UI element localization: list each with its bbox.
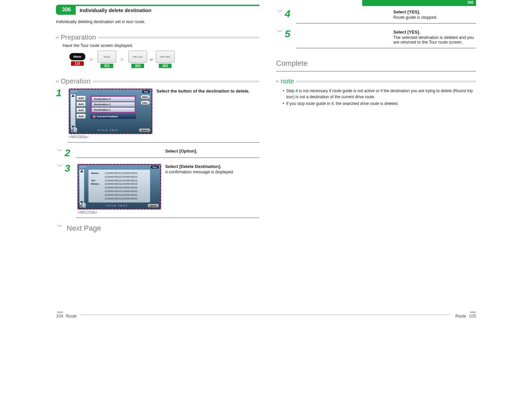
option-button: Option bbox=[139, 128, 150, 132]
note-heading: note bbox=[276, 77, 476, 85]
note-label: note bbox=[281, 77, 294, 85]
step-1: 1 12:34 Map Add Add bbox=[56, 89, 259, 145]
plan-navi-icon: Plan Navi bbox=[156, 51, 175, 63]
map-pill-icon: Map bbox=[151, 166, 159, 169]
step-number: 5 bbox=[285, 29, 296, 48]
page-tab-right: 306 bbox=[362, 0, 476, 6]
shot-title: TITLE TEXT bbox=[106, 204, 128, 207]
destination-button: Destination 3 bbox=[91, 97, 135, 102]
operation-heading: Operation bbox=[56, 77, 259, 85]
destination-button: Destination 2 bbox=[91, 102, 135, 107]
chevron-down-icon bbox=[57, 165, 63, 169]
page-number-right: 105 bbox=[469, 313, 476, 318]
add-button: Add bbox=[76, 108, 86, 113]
chevron-down-icon bbox=[57, 225, 63, 229]
destination-highlight: Destination 3 Destination 2 Destination … bbox=[90, 96, 136, 113]
preparation-heading: Preparation bbox=[56, 34, 259, 41]
route-screen-icon: Route bbox=[97, 51, 116, 63]
page-label: page bbox=[469, 311, 476, 313]
chevron-down-icon bbox=[57, 149, 63, 153]
ref-badge: 115 bbox=[71, 61, 84, 66]
operation-label: Operation bbox=[61, 77, 91, 85]
preparation-text: Have the Tour route screen displayed. bbox=[63, 43, 259, 48]
step-subtext: Route guide is stopped. bbox=[393, 15, 476, 20]
shot-time: 12:34 bbox=[71, 90, 77, 93]
step-instruction: Select [YES]. bbox=[393, 9, 476, 14]
intro-text: Individually deleting destination set in… bbox=[56, 19, 259, 24]
chevron-down-icon bbox=[277, 10, 283, 14]
step-ref-icon: 4 bbox=[295, 89, 298, 93]
back-icon bbox=[71, 128, 77, 132]
chevron-down-icon bbox=[277, 30, 283, 34]
prep-item-menu: Menu 115 bbox=[69, 53, 85, 66]
add-button: Add bbox=[76, 96, 86, 101]
footer-section-left: Route bbox=[66, 314, 77, 318]
info-panel: Name:12345678910123456789​10 12345678910… bbox=[88, 170, 150, 202]
step-5: 5 Select [YES]. The selected destination… bbox=[276, 30, 476, 51]
ref-badge: 303 bbox=[131, 64, 144, 68]
option-button: Option bbox=[148, 204, 159, 208]
screenshot-step3: 12:34 Map Name:12345678910123456789​10 1… bbox=[77, 164, 161, 210]
complete-label: Complete bbox=[276, 57, 476, 71]
step-number: 1 bbox=[56, 88, 67, 142]
step-number: 4 bbox=[285, 9, 296, 23]
page-label: page bbox=[56, 311, 63, 313]
ref-badge: 301 bbox=[101, 64, 113, 68]
next-page-label: Next Page bbox=[67, 224, 101, 233]
step-2: 2 Select [Option]. bbox=[56, 149, 259, 161]
shot-title: TITLE TEXT bbox=[97, 129, 119, 132]
current-position: Current Position bbox=[90, 114, 136, 119]
prep-item-route: Route 301 bbox=[97, 51, 116, 68]
screenshot-ref: <NR1210a> bbox=[77, 210, 161, 214]
step-instruction: Select [YES]. bbox=[393, 30, 476, 35]
menu-button-icon: Menu bbox=[69, 53, 85, 60]
back-icon bbox=[80, 203, 86, 208]
section-number-badge: 306 bbox=[56, 5, 76, 15]
step-instruction: Select the button of the destination to … bbox=[156, 89, 259, 94]
page-number-left: 104 bbox=[56, 313, 63, 318]
step-instruction: Select [Option]. bbox=[165, 149, 259, 154]
note-item: • If you stop route guide in 4, the sear… bbox=[283, 101, 476, 107]
section-title: Individually delete destination bbox=[76, 5, 259, 15]
arrow-icon bbox=[88, 58, 95, 61]
step-instruction: Select [Delete Destination]. bbox=[165, 164, 259, 169]
destination-button: Destination 1 bbox=[91, 107, 135, 112]
arrow-icon bbox=[119, 58, 126, 61]
step-ref-icon: 4 bbox=[331, 101, 334, 106]
plan-tour-icon: Plan Tour bbox=[128, 51, 147, 63]
scrollbar-icon bbox=[79, 170, 84, 204]
step-number: 3 bbox=[65, 163, 76, 218]
step-subtext: The selected destination is deleted and … bbox=[393, 35, 476, 45]
preparation-label: Preparation bbox=[61, 34, 96, 41]
footer-section-right: Route bbox=[455, 314, 466, 318]
step-3: 3 12:34 Map Name:12345678910123456789​10 bbox=[56, 164, 259, 221]
step-number: 2 bbox=[65, 148, 76, 158]
map-pill-icon: Map bbox=[142, 90, 150, 93]
prep-item-plan-navi: Plan Navi 303 bbox=[156, 51, 175, 68]
note-body: • Step 4 is not necessary if route guide… bbox=[283, 88, 476, 107]
add-button: Add bbox=[76, 114, 86, 119]
position-dot-icon bbox=[93, 115, 95, 118]
step-4: 4 Select [YES]. Route guide is stopped. bbox=[276, 9, 476, 26]
add-button: Add bbox=[76, 102, 86, 107]
screenshot-ref: <NR1000a> bbox=[69, 135, 152, 139]
footer-divider bbox=[79, 314, 451, 315]
section-header: 306 Individually delete destination bbox=[56, 5, 259, 15]
step-subtext: A confirmation message is displayed. bbox=[165, 170, 259, 174]
prep-item-plan-tour: Plan Tour 303 bbox=[128, 51, 147, 68]
shot-time: 12:34 bbox=[80, 166, 86, 169]
info-chip: INFO. bbox=[140, 95, 150, 99]
page-footer: page 104 Route Route page 105 bbox=[56, 311, 476, 318]
screenshot-step1: 12:34 Map Add Add Add Add bbox=[69, 89, 152, 134]
calc-chip: Calc. bbox=[140, 101, 150, 105]
scrollbar-icon bbox=[71, 94, 75, 128]
or-label: or bbox=[150, 57, 153, 61]
ref-badge: 303 bbox=[159, 64, 172, 68]
note-item: • Step 4 is not necessary if route guide… bbox=[283, 88, 476, 100]
preparation-sequence: Menu 115 Route 301 Plan Tour 303 or Plan… bbox=[69, 51, 259, 68]
